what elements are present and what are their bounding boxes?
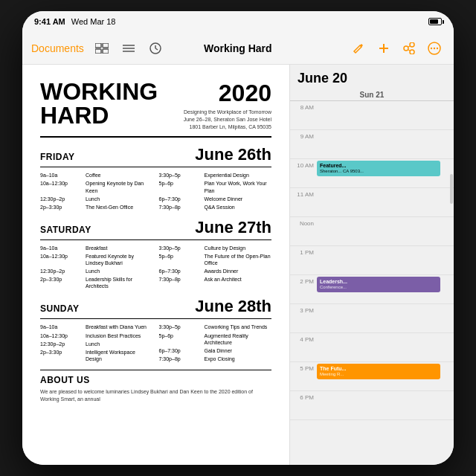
calendar-header: June 20 [290, 65, 454, 89]
doc-panel[interactable]: WORKING HARD 2020 Designing the Workplac… [22, 65, 290, 465]
schedule-grid: 9a–10aBreakfast10a–12:30pFeatured Keynot… [40, 245, 271, 290]
schedule-event: The Future of the Open-Plan Office [205, 253, 272, 266]
schedule-event: Q&A Session [205, 204, 235, 210]
svg-line-16 [408, 50, 410, 51]
schedule-event: Featured Keynote by Lindsey Bukhari [86, 253, 153, 266]
more-icon[interactable] [424, 38, 445, 59]
cal-hour-content [317, 335, 451, 360]
schedule-event: Breakfast with Diana Yuen [86, 324, 147, 330]
cal-hour-content: Leadersh...Conference... [317, 277, 451, 302]
schedule-event: Lunch [86, 341, 100, 347]
schedule-time: 5p–6p [159, 253, 200, 266]
cal-hour-row: 11 AM [290, 188, 454, 217]
svg-line-9 [155, 48, 158, 50]
day-header-row: FRIDAYJune 26th [40, 145, 271, 167]
documents-button[interactable]: Documents [31, 42, 84, 54]
list-icon[interactable] [118, 38, 139, 59]
share-icon[interactable] [399, 38, 419, 59]
schedule-event: Gala Dinner [205, 347, 232, 354]
schedule-item: 6p–7:30pWelcome Dinner [159, 196, 272, 202]
schedule-event: Leadership Skills for Architects [86, 276, 153, 289]
schedule-time: 12:30p–2p [40, 196, 81, 202]
cal-event[interactable]: The Futu...Meeting R... [317, 364, 440, 379]
schedule-item: 3:30p–5pExperiential Design [159, 172, 272, 178]
cal-hour-content: Featured...Sheraton... CA 9503... [317, 161, 451, 186]
schedule-event: Coffee [86, 172, 101, 178]
schedule-event: The Next-Gen Office [86, 204, 133, 210]
schedule-col-right: 3:30p–5pExperiential Design5p–6pPlan You… [159, 172, 272, 210]
schedule-item: 7:30p–8pQ&A Session [159, 204, 272, 210]
about-header: ABOUT US [40, 375, 271, 385]
layout-icon[interactable] [91, 38, 112, 59]
schedule-time: 9a–10a [40, 172, 81, 178]
svg-point-19 [434, 47, 435, 48]
day-header-row: SATURDAYJune 27th [40, 218, 271, 240]
add-icon[interactable] [373, 38, 394, 59]
cal-hour-label: 8 AM [290, 103, 317, 111]
schedule-event: Lunch [86, 268, 100, 274]
schedule-event: Welcome Dinner [205, 196, 243, 202]
status-right-icons [428, 18, 442, 25]
schedule-event: Ask an Architect [205, 276, 242, 283]
calendar-timeline[interactable]: 8 AM9 AM10 AMFeatured...Sheraton... CA 9… [290, 101, 454, 465]
status-time: 9:41 AM [34, 17, 65, 26]
days-container: FRIDAYJune 26th9a–10aCoffee10a–12:30pOpe… [40, 145, 271, 362]
cal-event-detail: Sheraton... CA 9503... [320, 169, 437, 175]
clock-icon[interactable] [145, 38, 166, 59]
day-section-saturday: SATURDAYJune 27th9a–10aBreakfast10a–12:3… [40, 218, 271, 290]
cal-hour-row: 5 PMThe Futu...Meeting R... [290, 362, 454, 391]
schedule-item: 2p–3:30pIntelligent Workspace Design [40, 349, 153, 362]
cal-event[interactable]: Leadersh...Conference... [317, 277, 440, 292]
doc-subtitle: Designing the Workplace of Tomorrow June… [182, 109, 271, 130]
cal-event-title: The Futu... [320, 365, 437, 372]
doc-title-block: WORKING HARD [40, 80, 182, 127]
cal-hour-row: 10 AMFeatured...Sheraton... CA 9503... [290, 159, 454, 188]
day-date: June 27th [195, 218, 271, 237]
status-bar: 9:41 AM Wed Mar 18 [22, 11, 454, 32]
schedule-time: 2p–3:30p [40, 349, 81, 362]
schedule-item: 7:30p–8pExpo Closing [159, 356, 272, 362]
schedule-item: 10a–12:30pFeatured Keynote by Lindsey Bu… [40, 253, 153, 266]
day-date: June 28th [195, 297, 271, 316]
doc-year: 2020 [182, 80, 271, 107]
schedule-event: Plan Your Work, Work Your Plan [205, 180, 272, 193]
about-text: We are pleased to welcome luminaries Lin… [40, 388, 271, 403]
main-area: WORKING HARD 2020 Designing the Workplac… [22, 65, 454, 465]
cal-hour-label: 1 PM [290, 248, 317, 256]
pen-icon[interactable] [348, 38, 369, 59]
schedule-event: Coworking Tips and Trends [205, 324, 268, 330]
battery-icon [428, 18, 442, 25]
day-name: FRIDAY [40, 152, 195, 162]
cal-event-title: Leadersh... [320, 278, 437, 285]
schedule-item: 12:30p–2pLunch [40, 196, 153, 202]
calendar-day-label: Sun 21 [298, 91, 446, 99]
schedule-event: Awards Dinner [205, 268, 239, 274]
svg-rect-1 [103, 43, 109, 48]
day-name: SATURDAY [40, 225, 195, 235]
schedule-grid: 9a–10aCoffee10a–12:30pOpening Keynote by… [40, 172, 271, 210]
cal-hour-label: 2 PM [290, 277, 317, 285]
toolbar-right-icons [348, 38, 445, 59]
schedule-item: 2p–3:30pLeadership Skills for Architects [40, 276, 153, 289]
calendar-panel[interactable]: June 20 Sun 21 8 AM9 AM10 AMFeatured...S… [290, 65, 454, 465]
cal-hour-label: 3 PM [290, 306, 317, 314]
schedule-time: 12:30p–2p [40, 341, 81, 347]
cal-event[interactable]: Featured...Sheraton... CA 9503... [317, 161, 440, 176]
schedule-event: Augmented Reality Architecture [205, 332, 272, 346]
cal-hour-content [317, 248, 451, 273]
scroll-indicator[interactable] [450, 174, 453, 204]
cal-hour-label: 11 AM [290, 190, 317, 198]
day-section-sunday: SUNDAYJune 28th9a–10aBreakfast with Dian… [40, 297, 271, 361]
svg-rect-0 [95, 43, 101, 48]
schedule-time: 9a–10a [40, 245, 81, 251]
schedule-item: 5p–6pAugmented Reality Architecture [159, 332, 272, 346]
schedule-time: 7:30p–8p [159, 276, 200, 283]
schedule-item: 6p–7:30pAwards Dinner [159, 268, 272, 274]
doc-year-block: 2020 Designing the Workplace of Tomorrow… [182, 80, 271, 130]
day-date: June 26th [195, 145, 271, 164]
schedule-item: 3:30p–5pCoworking Tips and Trends [159, 324, 272, 330]
doc-title-line1: WORKING [40, 80, 182, 103]
schedule-item: 6p–7:30pGala Dinner [159, 347, 272, 354]
svg-point-14 [410, 50, 414, 54]
schedule-item: 10a–12:30pInclusion Best Practices [40, 332, 153, 339]
